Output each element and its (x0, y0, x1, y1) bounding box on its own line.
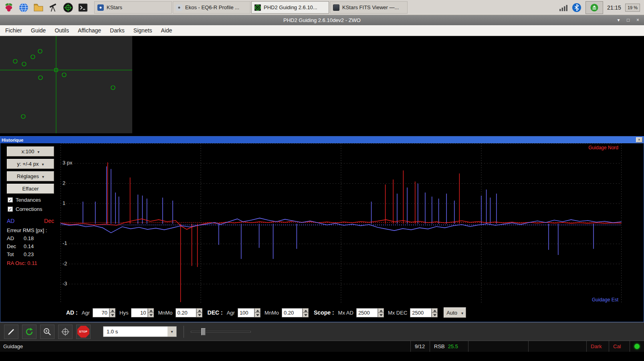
file-manager-button[interactable] (32, 1, 45, 14)
guide-button[interactable] (58, 325, 73, 339)
dec-minmove-input[interactable] (282, 308, 303, 317)
browser-button[interactable] (17, 1, 30, 14)
minimize-button[interactable]: ▾ (615, 16, 622, 24)
window-title: PHD2 Guiding 2.6.10dev2 - ZWO (283, 17, 361, 23)
chevron-down-icon[interactable] (168, 327, 176, 337)
app-menu-button[interactable] (2, 1, 15, 14)
graph-y-tick-label: 2 (63, 180, 65, 186)
x-scale-select[interactable]: x:100 (7, 146, 54, 156)
taskbar-window-label: PHD2 Guiding 2.6.10... (264, 4, 317, 10)
taskbar-window-ekos[interactable]: Ekos - EQ6-R Profile ... (173, 1, 250, 14)
terminal-icon (78, 2, 88, 13)
loop-icon (24, 327, 34, 337)
snr-cell: RSB 25.5 (430, 341, 468, 352)
loop-exposures-button[interactable] (22, 325, 36, 339)
rms-tot-label: Tot (7, 251, 24, 257)
star-search-icon (42, 327, 52, 337)
y-scale-select[interactable]: y: +/-4 px (7, 159, 54, 169)
corrections-checkbox[interactable]: Corrections (8, 206, 61, 212)
cpu-usage: 19 % (625, 4, 640, 12)
history-window: Historique × x:100 y: +/-4 px Réglages E… (0, 136, 644, 322)
statusbar: Guidage 9/12 RSB 25.5 Dark Cal (0, 341, 644, 352)
menu-guide[interactable]: Guide (26, 25, 50, 36)
ra-hysteresis-input[interactable] (131, 308, 148, 317)
x-scale-value: x:100 (22, 148, 34, 154)
network-signal-icon (559, 4, 568, 12)
window-titlebar[interactable]: PHD2 Guiding 2.6.10dev2 - ZWO ▾ □ × (0, 15, 644, 25)
ra-aggression-input[interactable] (93, 308, 109, 317)
axis-legend: AD Dec (7, 218, 54, 224)
guide-camera-view[interactable] (0, 36, 132, 133)
dec-section-label: DEC : (208, 309, 223, 316)
guide-state: Guidage (0, 343, 23, 349)
clear-button[interactable]: Effacer (7, 184, 54, 194)
stop-button[interactable]: STOP (76, 325, 91, 339)
taskbar-window-label: Ekos - EQ6-R Profile ... (185, 4, 239, 10)
ra-minmove-spinner[interactable] (196, 308, 202, 317)
max-ra-duration-input[interactable] (356, 308, 378, 317)
phd2-launcher-button[interactable] (62, 1, 75, 14)
graph-y-tick-label: -3 (63, 281, 67, 287)
graph-y-tick-label: -2 (63, 261, 67, 267)
max-ra-label: Mx AD (338, 310, 353, 316)
guide-graph-plot (61, 143, 622, 304)
stretch-slider[interactable] (191, 326, 251, 338)
bluetooth-icon[interactable] (572, 3, 581, 12)
chevron-down-icon (34, 148, 39, 154)
checkbox-checked-icon (8, 207, 13, 212)
close-button[interactable]: × (634, 16, 642, 24)
main-toolbar: STOP 1.0 s (0, 322, 644, 341)
menu-aide[interactable]: Aide (157, 25, 177, 36)
max-dec-label: Mx DEC (388, 310, 407, 316)
exposure-value: 1.0 s (103, 327, 168, 337)
auto-select-star-button[interactable] (40, 325, 55, 339)
scope-section-label: Scope : (314, 309, 334, 316)
desktop-screen: KStars Ekos - EQ6-R Profile ... PHD2 Gui… (0, 0, 644, 361)
clock: 21:15 (607, 4, 621, 11)
graph-y-tick-label: 3 px (63, 160, 73, 166)
taskbar-window-phd2[interactable]: PHD2 Guiding 2.6.10... (251, 1, 329, 14)
maximize-button[interactable]: □ (624, 16, 632, 24)
dec-aggression-spinner[interactable] (254, 308, 260, 317)
max-dec-duration-input[interactable] (410, 308, 432, 317)
telescope-icon (48, 2, 59, 13)
rms-ra-label: AD (7, 235, 24, 241)
ra-hysteresis-spinner[interactable] (148, 308, 154, 317)
taskbar-window-kstars[interactable]: KStars (94, 1, 172, 14)
exposure-select[interactable]: 1.0 s (103, 326, 177, 337)
chevron-down-icon (457, 310, 463, 316)
taskbar-window-fits-viewer[interactable]: KStars FITS Viewer —... (330, 1, 408, 14)
max-ra-spinner[interactable] (378, 308, 384, 317)
menu-affichage[interactable]: Affichage (73, 25, 105, 36)
menu-signets[interactable]: Signets (129, 25, 157, 36)
ra-minmove-input[interactable] (176, 308, 196, 317)
eject-button[interactable] (585, 1, 603, 14)
graph-y-tick-label: -1 (63, 240, 67, 246)
status-cell-empty (528, 341, 586, 352)
slider-handle[interactable] (201, 328, 206, 335)
dec-minmove-spinner[interactable] (303, 308, 309, 317)
trendlines-checkbox[interactable]: Tendances (8, 197, 61, 203)
ra-aggression-spinner[interactable] (109, 308, 115, 317)
kstars-launcher-button[interactable] (47, 1, 60, 14)
ra-minmove-label: MnMo (158, 310, 172, 316)
settings-label: Réglages (17, 173, 39, 179)
guide-target-icon (61, 327, 70, 337)
dec-aggression-input[interactable] (238, 308, 254, 317)
history-body: x:100 y: +/-4 px Réglages Effacer Tendan… (0, 143, 644, 304)
terminal-button[interactable] (77, 1, 89, 14)
ra-oscillation: RA Osc: 0.11 (7, 260, 61, 266)
connect-equipment-icon (7, 327, 16, 336)
max-dec-spinner[interactable] (432, 308, 438, 317)
dec-guide-mode-select[interactable]: Auto (444, 307, 466, 318)
settings-select[interactable]: Réglages (7, 171, 54, 181)
menu-fichier[interactable]: Fichier (1, 25, 26, 36)
rms-dec-row: Dec 0.14 (7, 243, 43, 249)
menu-darks[interactable]: Darks (105, 25, 129, 36)
history-close-button[interactable]: × (636, 137, 642, 142)
connect-equipment-button[interactable] (4, 325, 18, 339)
phd2-icon (254, 4, 261, 11)
guide-params-bar: AD : Agr Hys MnMo DEC : Agr MnMo (0, 303, 644, 322)
menu-outils[interactable]: Outils (50, 25, 73, 36)
history-titlebar[interactable]: Historique × (0, 136, 644, 143)
